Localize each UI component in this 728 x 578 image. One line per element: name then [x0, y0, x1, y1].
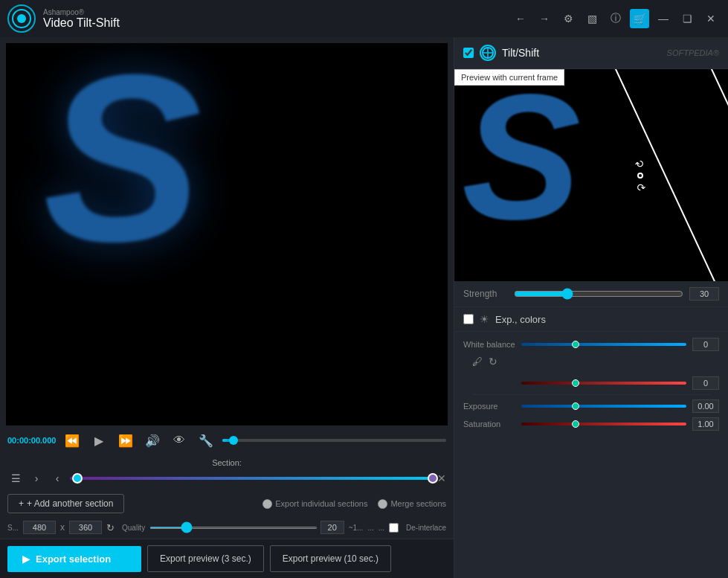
tilt-center-dot	[637, 173, 643, 179]
quality-row: S... x ↻ Quality ~1... ... ... De-interl…	[0, 518, 454, 539]
tilt-control[interactable]: ↻ ↻	[636, 158, 645, 193]
redo-button[interactable]: →	[535, 9, 554, 28]
tilt-line-2	[700, 69, 728, 281]
tilt-shift-checkbox[interactable]	[463, 48, 474, 58]
s-letter: S	[43, 43, 202, 295]
softpedia-watermark: SOFTPEDIA®	[667, 48, 719, 57]
video-controls: 00:00:00.000 ⏪ ▶ ⏩ 🔊 👁 🔧	[0, 426, 454, 455]
exp-colors-title: Exp., colors	[495, 314, 546, 325]
eyedropper-button[interactable]: 🖋	[472, 356, 483, 367]
close-button[interactable]: ✕	[701, 9, 721, 28]
prev-frame-button[interactable]: ⏪	[62, 430, 83, 451]
radio-group: Export individual sections Merge section…	[262, 499, 446, 509]
exposure-track	[521, 405, 686, 408]
merge-sections-radio-label[interactable]: Merge sections	[378, 499, 446, 509]
strength-slider[interactable]	[514, 288, 683, 300]
section-expand-button[interactable]: ☰	[7, 470, 24, 487]
saturation-row: Saturation	[463, 417, 719, 431]
output-button[interactable]: ▧	[582, 9, 602, 28]
section-slider[interactable]	[70, 477, 433, 480]
settings-button[interactable]: ⚙	[558, 9, 578, 28]
progress-thumb	[229, 436, 238, 445]
tilt-shift-icon	[480, 45, 496, 61]
saturation-label: Saturation	[463, 420, 515, 428]
section-controls: ☰ › ‹ ✕	[7, 470, 446, 487]
wb-slider-track-2	[521, 382, 686, 385]
rotate-bot-icon: ↻	[633, 180, 648, 195]
right-panel: Tilt/Shift SOFTPEDIA® Preview with curre…	[454, 37, 728, 578]
tilt-shift-header: Tilt/Shift SOFTPEDIA®	[454, 37, 728, 69]
export-bar: ▶ Export selection Export preview (3 sec…	[0, 539, 454, 578]
exposure-label: Exposure	[463, 402, 515, 411]
export-individual-radio[interactable]	[262, 499, 272, 509]
undo-button[interactable]: ←	[511, 9, 530, 28]
app-subtitle: Ashampoo®	[43, 8, 511, 16]
saturation-slider[interactable]	[521, 423, 686, 426]
white-balance-slider-2[interactable]	[521, 382, 686, 385]
strength-row: Strength	[454, 281, 728, 307]
section-remove-button[interactable]: ✕	[437, 472, 446, 484]
app-title: Video Tilt-Shift	[43, 16, 511, 30]
exp-colors-header: ☀ Exp., colors	[454, 307, 728, 332]
app-logo	[7, 4, 36, 33]
title-bar: Ashampoo® Video Tilt-Shift ← → ⚙ ▧ ⓘ 🛒 —…	[0, 0, 728, 37]
plus-icon: +	[19, 498, 24, 509]
title-bar-actions: ← → ⚙ ▧ ⓘ 🛒 — ❏ ✕	[511, 9, 721, 28]
quality-slider[interactable]	[149, 527, 318, 529]
quality-value-input[interactable]	[320, 521, 344, 534]
width-input[interactable]	[23, 521, 56, 534]
export-preview-10-label: Export preview (10 sec.)	[283, 553, 379, 564]
progress-bar[interactable]	[222, 439, 446, 442]
left-panel: S 00:00:00.000 ⏪ ▶ ⏩ 🔊 👁 🔧 Section: ☰ › …	[0, 37, 454, 578]
video-canvas: S	[6, 43, 448, 426]
saturation-thumb	[572, 420, 579, 428]
wb-slider-track-1	[521, 343, 686, 346]
section-thumb-left	[72, 473, 83, 484]
wb-value-1[interactable]	[692, 338, 719, 351]
section-prev-button[interactable]: ‹	[49, 470, 65, 487]
time-display: 00:00:00.000	[7, 436, 56, 445]
reset-wb-button[interactable]: ↻	[489, 356, 497, 367]
export-icon: ▶	[22, 553, 30, 565]
strength-value-input[interactable]	[689, 287, 719, 301]
section-next-button[interactable]: ›	[28, 470, 45, 487]
extra-label-2: ...	[367, 524, 373, 532]
exp-colors-icon: ☀	[480, 313, 489, 325]
wb-value-2[interactable]	[692, 376, 719, 390]
exposure-slider[interactable]	[521, 405, 686, 408]
add-section-button[interactable]: + + Add another section	[7, 494, 124, 513]
preview-area: S ↻ ↻	[454, 69, 728, 281]
app-title-block: Ashampoo® Video Tilt-Shift	[43, 8, 511, 30]
export-preview-3-button[interactable]: Export preview (3 sec.)	[147, 545, 264, 572]
extra-label-3: ...	[379, 524, 384, 532]
export-selection-button[interactable]: ▶ Export selection	[7, 546, 141, 572]
exp-colors-checkbox[interactable]	[463, 314, 474, 324]
section-row: Section: ☰ › ‹ ✕	[0, 455, 454, 489]
volume-button[interactable]: 🔊	[142, 430, 163, 451]
white-balance-slider-1[interactable]	[521, 343, 686, 346]
play-button[interactable]: ▶	[88, 430, 109, 451]
merge-sections-radio[interactable]	[378, 499, 387, 509]
export-preview-3-label: Export preview (3 sec.)	[160, 553, 251, 564]
cart-button[interactable]: 🛒	[630, 9, 649, 28]
rotate-top-icon: ↻	[633, 156, 648, 171]
deinterlace-checkbox[interactable]	[389, 523, 399, 533]
quality-label: Quality	[122, 524, 145, 532]
eye-button[interactable]: 👁	[169, 430, 190, 451]
size-label: S...	[7, 524, 19, 532]
export-preview-10-button[interactable]: Export preview (10 sec.)	[270, 545, 391, 572]
info-button[interactable]: ⓘ	[606, 9, 625, 28]
rotate-dimensions-button[interactable]: ↻	[106, 522, 115, 533]
height-input[interactable]	[69, 521, 102, 534]
saturation-track	[521, 423, 686, 426]
next-frame-button[interactable]: ⏩	[115, 430, 136, 451]
white-balance-row-1: White balance	[463, 338, 719, 351]
minimize-button[interactable]: —	[654, 9, 673, 28]
export-individual-radio-label[interactable]: Export individual sections	[262, 499, 367, 509]
restore-button[interactable]: ❏	[677, 9, 697, 28]
exposure-row: Exposure	[463, 399, 719, 413]
saturation-value[interactable]	[692, 417, 719, 431]
main-layout: S 00:00:00.000 ⏪ ▶ ⏩ 🔊 👁 🔧 Section: ☰ › …	[0, 37, 728, 578]
exposure-value[interactable]	[692, 399, 719, 413]
settings-wrench-button[interactable]: 🔧	[196, 430, 216, 451]
